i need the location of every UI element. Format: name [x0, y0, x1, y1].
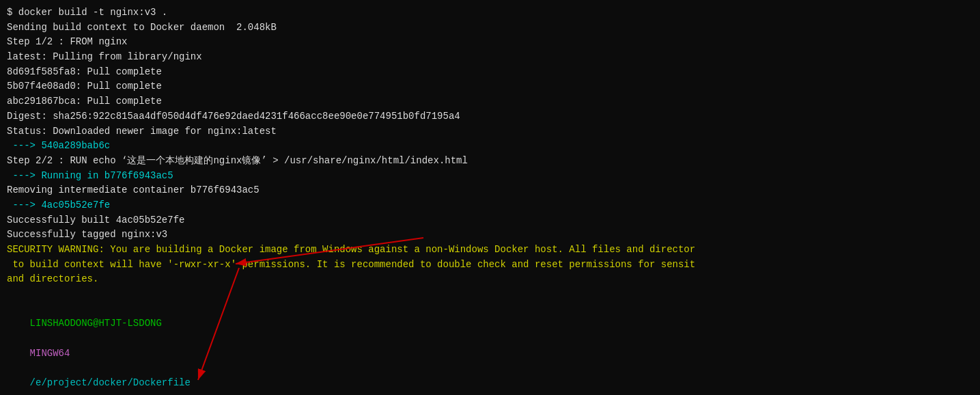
output-line-14: Successfully built 4ac05b52e7fe — [7, 213, 973, 228]
output-line-9: ---> 540a289bab6c — [7, 139, 973, 154]
command-line-1: $ docker build -t nginx:v3 . — [7, 5, 973, 21]
output-line-18: and directories. — [7, 272, 973, 287]
output-line-12: Removing intermediate container b776f694… — [7, 183, 973, 198]
output-line-11: ---> Running in b776f6943ac5 — [7, 169, 973, 184]
output-line-7: Digest: sha256:922c815aa4df050d4df476e92… — [7, 109, 973, 124]
prompt-user: LINSHAODONG@HTJT-LSDONG — [30, 318, 162, 329]
output-line-10: Step 2/2 : RUN echo ‘这是一个本地构建的nginx镜像’ >… — [7, 154, 973, 169]
prompt-space1 — [30, 333, 36, 344]
output-line-17: to build context will have '-rwxr-xr-x' … — [7, 258, 973, 273]
output-line-3: latest: Pulling from library/nginx — [7, 50, 973, 65]
output-line-4: 8d691f585fa8: Pull complete — [7, 65, 973, 80]
prompt-dir: MINGW64 — [30, 348, 70, 359]
output-line-15: Successfully tagged nginx:v3 — [7, 228, 973, 243]
prompt-path: /e/project/docker/Dockerfile — [30, 377, 191, 388]
output-line-1: Sending build context to Docker daemon 2… — [7, 21, 973, 36]
output-line-16: SECURITY WARNING: You are building a Doc… — [7, 243, 973, 258]
output-line-2: Step 1/2 : FROM nginx — [7, 35, 973, 50]
output-line-5: 5b07f4e08ad0: Pull complete — [7, 79, 973, 94]
output-line-8: Status: Downloaded newer image for nginx… — [7, 124, 973, 139]
prompt-line-1: LINSHAODONG@HTJT-LSDONG MINGW64 /e/proje… — [7, 302, 973, 395]
output-line-19 — [7, 287, 973, 302]
output-line-13: ---> 4ac05b52e7fe — [7, 198, 973, 213]
output-line-6: abc291867bca: Pull complete — [7, 94, 973, 109]
terminal-window: $ docker build -t nginx:v3 . Sending bui… — [0, 0, 980, 395]
prompt-space2 — [30, 363, 36, 374]
